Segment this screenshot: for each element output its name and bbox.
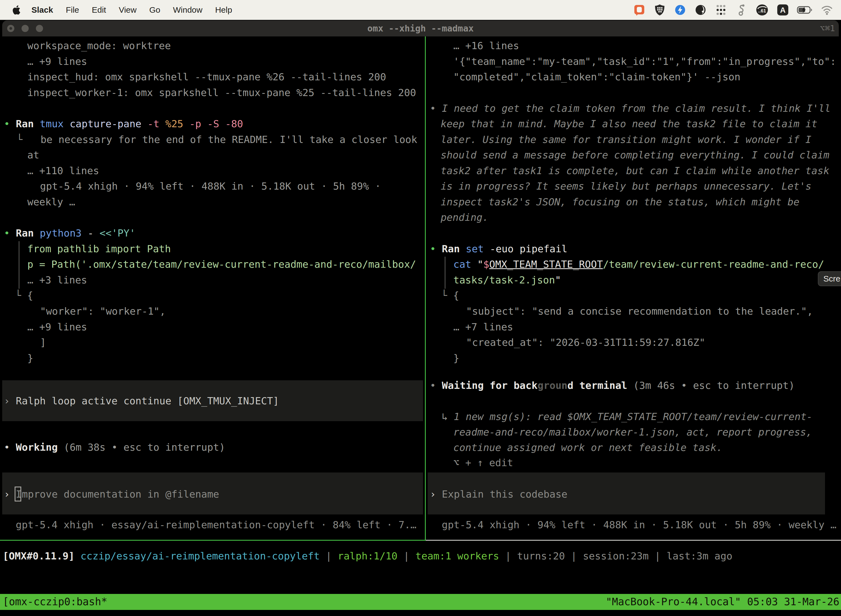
text-segment: inspect_hud: omx sparkshell --tmux-pane … — [27, 71, 386, 82]
text-segment: gpt-5.4 xhigh · 94% left · 488K in · 5.1… — [40, 180, 381, 192]
output-line: └ { — [15, 287, 33, 303]
scribe-icon[interactable] — [735, 4, 748, 16]
blue-bolt-icon[interactable] — [674, 4, 687, 16]
text-segment: $ — [483, 259, 489, 270]
elision-line: … +9 lines — [27, 54, 87, 69]
text-segment: " — [555, 274, 561, 286]
prompt-input-line: › Explain this codebase — [430, 486, 568, 502]
text-segment: Improve documentation in @filename — [16, 488, 219, 500]
text-segment: %25 — [165, 118, 189, 129]
text-segment: task2 after task1 is complete, but can I… — [441, 165, 829, 176]
hud-config-line: inspect_hud: omx sparkshell --tmux-pane … — [27, 69, 386, 85]
mailbox-notice-line: readme-and-reco/mailbox/worker-1.json, a… — [453, 424, 812, 440]
text-segment: } — [453, 352, 459, 364]
menu-item-help[interactable]: Help — [215, 5, 232, 15]
text-segment: … +9 lines — [27, 56, 87, 67]
menu-items: Slack File Edit View Go Window Help — [31, 5, 232, 15]
text-segment: keep that in mind. Maybe I also need the… — [441, 118, 817, 129]
pane-border-bottom-active — [0, 540, 426, 541]
menu-bar: Slack File Edit View Go Window Help — [0, 0, 841, 20]
ralph-status-line: › Ralph loop active continue [OMX_TMUX_I… — [4, 393, 279, 409]
command-line: • Ran tmux capture-pane -t %25 -p -S -80 — [4, 116, 243, 132]
text-segment: • — [430, 380, 442, 391]
menu-item-window[interactable]: Window — [173, 5, 202, 15]
text-segment: -p — [189, 118, 207, 129]
text-segment: … +9 lines — [27, 321, 87, 333]
text-segment: … +3 lines — [27, 274, 87, 286]
thinking-line: should send a message before completing … — [441, 147, 829, 163]
elision-line: … +7 lines — [453, 319, 513, 335]
text-segment: OMX_TEAM_STATE_ROOT — [489, 259, 603, 270]
text-segment: … +110 lines — [27, 165, 99, 176]
text-segment: should send a message before completing … — [441, 149, 829, 161]
command-line: • Ran set -euo pipefail — [430, 241, 568, 257]
prompt-input-line: › Improve documentation in @filename — [4, 486, 219, 502]
text-segment: " — [477, 259, 484, 270]
screen-tooltip: Scre — [818, 271, 841, 286]
text-segment: | — [320, 550, 338, 562]
text-segment: | — [499, 550, 517, 562]
menu-item-file[interactable]: File — [66, 5, 79, 15]
menu-item-view[interactable]: View — [119, 5, 136, 15]
hud-config-line: inspect_worker-1: omx sparkshell --tmux-… — [27, 85, 416, 100]
input-source-icon[interactable]: A — [777, 4, 789, 16]
text-segment: -80 — [225, 118, 243, 129]
code-line: p = Path('.omx/state/team/review-current… — [27, 257, 416, 272]
text-cursor — [15, 487, 21, 502]
output-line: "created_at": "2026-03-31T11:59:27.816Z" — [466, 334, 705, 350]
text-segment: › — [430, 488, 442, 500]
text-segment: cczip/essay/ai-reimplementation-copyleft — [81, 550, 320, 562]
text-segment: session:23m — [583, 550, 648, 562]
battery-icon[interactable] — [797, 4, 813, 16]
text-segment: continue assigned work or next feasible … — [453, 442, 722, 453]
text-segment: <<'PY' — [100, 227, 135, 239]
menu-item-go[interactable]: Go — [149, 5, 160, 15]
text-segment: { — [27, 290, 33, 301]
text-segment: Explain this codebase — [442, 488, 567, 500]
dots-grid-icon[interactable] — [715, 4, 727, 16]
svg-text:..61: ..61 — [758, 8, 766, 13]
output-line: "subject": "send a concise recommendatio… — [466, 303, 813, 319]
window-shortcut-badge: ⌥⌘1 — [820, 21, 835, 37]
text-segment: [OMX#0.11.9] — [3, 550, 75, 562]
moon-circle-icon[interactable] — [694, 4, 707, 16]
text-segment: inspect_worker-1: omx sparkshell --tmux-… — [27, 87, 416, 98]
text-segment: └ — [16, 134, 41, 145]
record-badge-icon[interactable] — [633, 4, 646, 16]
menu-status-icons: ..61 A — [633, 4, 833, 16]
text-segment: weekly … — [27, 196, 75, 208]
text-segment: • — [430, 243, 442, 254]
text-segment: • — [4, 227, 16, 239]
output-line: "worker": "worker-1", — [40, 303, 166, 319]
working-status-line: • Working (6m 38s • esc to interrupt) — [4, 439, 225, 455]
badge-61-icon[interactable]: ..61 — [756, 4, 769, 16]
text-segment: "subject": "send a concise recommendatio… — [466, 305, 813, 317]
text-segment: • — [4, 441, 16, 453]
text-segment: › — [4, 395, 16, 406]
output-line: gpt-5.4 xhigh · 94% left · 488K in · 5.1… — [40, 178, 381, 194]
text-segment: at — [27, 149, 39, 161]
menu-item-slack[interactable]: Slack — [31, 5, 53, 15]
wifi-icon[interactable] — [820, 4, 833, 16]
text-segment: gpt-5.4 xhigh · essay/ai-reimplementatio… — [16, 519, 416, 531]
tmux-host-clock: "MacBook-Pro-44.local" 05:03 31-Mar-26 — [606, 594, 840, 610]
text-segment: tasks/task-2.json — [453, 274, 555, 286]
text-segment: be necessary for the end of the README. … — [41, 134, 417, 145]
omx-status-line: [OMX#0.11.9] cczip/essay/ai-reimplementa… — [3, 548, 732, 564]
text-segment: └ — [441, 290, 453, 301]
text-segment: -t — [147, 118, 165, 129]
pane-border-bottom-inactive — [426, 540, 841, 541]
output-line: └ { — [441, 287, 459, 303]
apple-menu-icon[interactable] — [11, 4, 21, 16]
text-segment: "completed","claim_token":"claim-token"}… — [453, 71, 740, 82]
text-segment — [75, 550, 81, 562]
window-title: omx --xhigh --madmax — [2, 21, 839, 37]
text-segment: ] — [40, 337, 46, 348]
thinking-line: inspect task2's JSON, focusing on the st… — [441, 194, 799, 210]
text-segment: 1 new msg(s): read $OMX_TEAM_STATE_ROOT/… — [454, 411, 812, 422]
keypad-shield-icon[interactable] — [653, 4, 666, 16]
screen: Slack File Edit View Go Window Help — [0, 0, 841, 616]
menu-item-edit[interactable]: Edit — [92, 5, 106, 15]
text-segment: "created_at": "2026-03-31T11:59:27.816Z" — [466, 337, 705, 348]
text-segment: Ran — [16, 227, 40, 239]
